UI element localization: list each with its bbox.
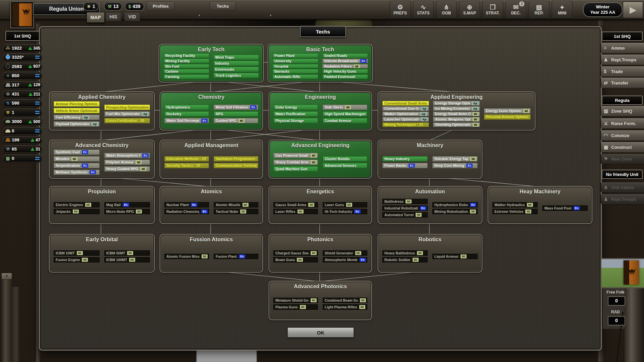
tech-entry[interactable]: Personal Armour Optimiz. - 21	[484, 114, 531, 120]
tech-entry[interactable]: Extreme VehiclesMi	[492, 209, 538, 214]
map-tab-vid[interactable]: VID	[124, 12, 140, 21]
tech-entry[interactable]: Methane SynthesisEc	[54, 170, 100, 175]
menu-button-prefs[interactable]: ⚙PREFS	[390, 1, 411, 18]
sidebar-button-raise-form-[interactable]: ⚔Raise Form.	[601, 118, 644, 129]
tech-entry[interactable]: Advanced Sensors	[323, 163, 367, 168]
end-turn-play-button[interactable]: ▶	[623, 1, 643, 18]
tech-entry[interactable]: Fusion PlantEc	[214, 254, 258, 259]
tech-entry[interactable]: Deep Core MiningEc	[432, 163, 478, 168]
map-tab-his[interactable]: HIS	[105, 12, 121, 21]
tech-entry[interactable]: Hospital	[272, 64, 318, 69]
tech-entry[interactable]: BattledressMi	[382, 199, 428, 204]
tech-entry[interactable]: Plasma GunsMi	[273, 304, 318, 310]
tech-entry[interactable]: Mining RobotizationMi	[432, 209, 478, 214]
tech-entry[interactable]: SerpentizationEc	[54, 163, 100, 168]
tech-entry[interactable]: High Speed Machinegun	[323, 111, 367, 117]
tech-entry[interactable]: Heavy BattledressMi	[382, 250, 428, 256]
tech-entry[interactable]: Power Plant	[272, 53, 318, 58]
tech-entry[interactable]: Energy Storage Optimiza.Ap	[433, 101, 480, 106]
tech-entry[interactable]: Micro-Nuke RPGMi	[104, 209, 150, 214]
tech-entry[interactable]: Combined Beam GunsMi	[323, 298, 367, 303]
tech-entry[interactable]: Fuel Mix OptimizationAp	[104, 111, 150, 117]
tech-entry[interactable]: Light Plasma RiflesMi	[323, 304, 367, 310]
tech-entry[interactable]: Hydrophonics	[164, 105, 209, 110]
tech-entry[interactable]: Water Purification	[273, 111, 318, 117]
tech-entry[interactable]: Fusion EngineMi	[54, 257, 100, 262]
tech-entry[interactable]: Vehicle Armor Optimizati. - 20	[54, 108, 100, 113]
tech-entry[interactable]: Physical Storage	[273, 118, 318, 123]
tech-entry[interactable]: Bio Fuel	[163, 64, 209, 69]
menu-button-oob[interactable]: ⋔OOB	[436, 1, 457, 18]
tech-entry[interactable]: Tactical NukeMi	[214, 209, 258, 214]
tech-entry[interactable]: Gauss Small ArmsMi	[273, 202, 318, 207]
tech-entry[interactable]: Power BanksEc	[382, 163, 428, 168]
tech-entry[interactable]: Automatic Rifle	[272, 74, 318, 79]
tech-entry[interactable]: Envirosuits	[213, 67, 259, 72]
tech-entry[interactable]: Security Tactics - 20	[164, 163, 209, 168]
tech-entry[interactable]: Padded Envirosuit	[322, 74, 368, 79]
tech-entry[interactable]: Carbine	[163, 69, 209, 74]
sidebar-button-transfer[interactable]: ⇄Transfer	[601, 77, 644, 88]
tech-entry[interactable]: Farming	[163, 74, 209, 79]
tech-entry[interactable]: Vidcom BroadcastingEc	[322, 59, 368, 63]
scroll-down-button[interactable]: ▼	[1, 273, 12, 280]
tech-entry[interactable]: Robotic SoldierMi	[382, 257, 428, 262]
tech-entry[interactable]: ICBM 10MTMi	[54, 250, 100, 256]
tech-entry[interactable]: Shielding OptimizationMi	[433, 122, 480, 127]
tech-entry[interactable]: Hi-Tech IndustryEc	[323, 209, 367, 214]
tech-entry[interactable]: MissilesMi	[54, 156, 100, 162]
tech-entry[interactable]: Cross-Fertilization - 30	[104, 118, 150, 123]
sidebar-button-colonize[interactable]: ◠Colonize	[601, 130, 644, 141]
tech-entry[interactable]: Miniature Shield Generat.Mi	[273, 298, 318, 303]
menu-button-mini[interactable]: ⌖MINI	[552, 1, 573, 18]
tech-entry[interactable]: Combat Armour	[323, 118, 367, 123]
tech-entry[interactable]: Solar Energy	[273, 105, 318, 110]
menu-button-dec[interactable]: ✉DEC.2	[505, 1, 526, 18]
tech-entry[interactable]: Fuel EfficiencyAp	[54, 115, 100, 120]
tech-entry[interactable]: Education Methods - 20	[164, 156, 209, 162]
tech-entry[interactable]: RPG	[214, 111, 258, 117]
tech-entry[interactable]: Polymer ArmourMi	[104, 160, 150, 165]
tech-entry[interactable]: Beam GunsMi	[273, 257, 318, 262]
tech-entry[interactable]: Sanitation Programmes - 20	[214, 156, 258, 162]
tech-entry[interactable]: Communication Techniq. - 20	[214, 163, 258, 168]
tech-entry[interactable]: Volcanic Energy TappingMi	[432, 156, 478, 162]
tech-entry[interactable]: ICBM 100MTMi	[104, 257, 150, 262]
tech-entry[interactable]: Energy Guns Optimizatio.Mi	[484, 108, 531, 114]
tech-entry[interactable]: Liquid ArmourMi	[432, 254, 478, 259]
sidebar-button-repl-troops[interactable]: ♟Repl.Troops	[601, 54, 644, 65]
tech-entry[interactable]: Radiation CleansingEc	[164, 209, 209, 214]
ok-button[interactable]: OK	[287, 327, 354, 338]
sidebar-button-ammo[interactable]: ≡Ammo	[601, 43, 644, 53]
tech-entry[interactable]: Synthetic FuelEc	[54, 149, 100, 155]
tech-entry[interactable]: Water Soil Recompositio.Ec	[164, 118, 209, 123]
tech-entry[interactable]: Payload OptimizationAp	[54, 121, 100, 127]
sidebar-button-zone-shq[interactable]: ▥Zone SHQ	[601, 106, 644, 116]
tab-profiles[interactable]: Profiles	[147, 2, 175, 11]
tech-entry[interactable]: Water Atmospheric Reco.Ec	[104, 153, 150, 158]
tech-entry[interactable]: Atmospheric MembranesEc	[323, 257, 367, 262]
tech-entry[interactable]: Heavy Combat ArmourMi	[273, 160, 318, 165]
tech-entry[interactable]: Sealed Roads	[322, 53, 368, 58]
map-tab-map[interactable]: MAP	[87, 12, 105, 23]
tech-entry[interactable]: Mining Techniques - 21	[382, 122, 429, 127]
tech-entry[interactable]: Atomic Weapons Optimiz.Mi	[433, 117, 480, 122]
tech-entry[interactable]: Prospecting Optimization - 30	[104, 105, 150, 110]
sidebar-button-construct[interactable]: ▦Construct	[601, 142, 644, 153]
tech-entry[interactable]: Laser RiflesMi	[273, 209, 318, 214]
tech-entry[interactable]: Side SkirtsMi	[323, 105, 367, 110]
tech-entry[interactable]: Charged Gauss Small Ar.Mi	[273, 250, 318, 256]
tech-entry[interactable]: Mag RailEc	[104, 202, 150, 207]
tech-entry[interactable]: Walker HydraulicsMi	[492, 202, 538, 207]
menu-button-strat[interactable]: ❐STRAT.	[482, 1, 503, 18]
tech-entry[interactable]: Cluster Bombs	[323, 156, 367, 162]
tech-entry[interactable]: Armour Piercing Optimiz. - 20	[54, 101, 100, 107]
tech-entry[interactable]: Truck Logistics	[213, 73, 259, 78]
tech-entry[interactable]: Mining Facility	[163, 59, 209, 63]
tech-entry[interactable]: Electric EnginesMi	[54, 202, 100, 207]
tech-entry[interactable]: Metal Soil FiltrationEc	[214, 105, 258, 110]
tech-entry[interactable]: Hydrophonics Robotizati.Ec	[432, 202, 478, 207]
tech-entry[interactable]: Heavy Industry	[382, 156, 428, 162]
tech-entry[interactable]: Wind Traps	[213, 55, 259, 60]
tech-entry[interactable]: Rocketry	[164, 111, 209, 117]
